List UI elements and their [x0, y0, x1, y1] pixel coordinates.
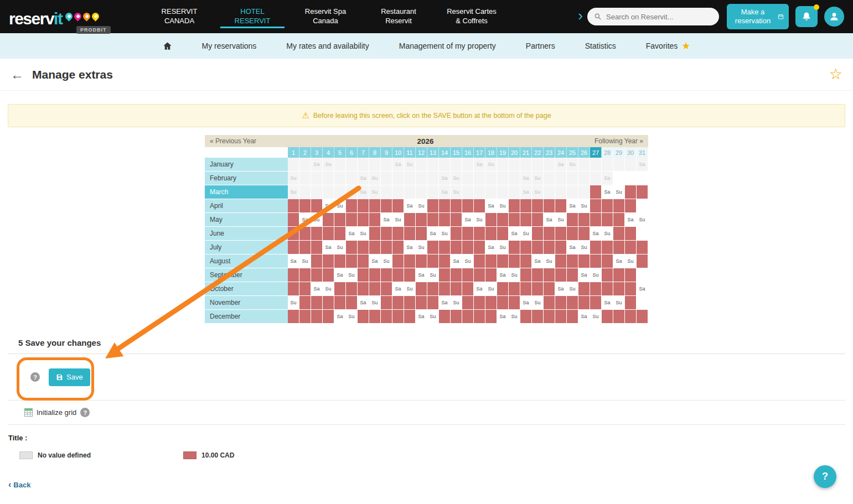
- calendar-day-cell[interactable]: [439, 254, 451, 268]
- calendar-day-cell[interactable]: [555, 199, 567, 213]
- calendar-day-cell[interactable]: Su: [404, 282, 416, 296]
- day-column-header[interactable]: 25: [567, 147, 578, 158]
- calendar-day-cell[interactable]: [451, 199, 462, 213]
- make-reservation-button[interactable]: Make a reservation: [727, 4, 789, 29]
- calendar-day-cell[interactable]: [590, 158, 602, 172]
- calendar-day-cell[interactable]: [404, 227, 416, 241]
- calendar-day-cell[interactable]: [625, 310, 637, 324]
- calendar-day-cell[interactable]: [288, 310, 299, 324]
- calendar-day-cell[interactable]: [323, 268, 334, 282]
- month-label[interactable]: November: [205, 296, 288, 310]
- day-column-header[interactable]: 1: [288, 147, 299, 158]
- month-label[interactable]: January: [205, 158, 288, 172]
- calendar-day-cell[interactable]: [509, 213, 520, 227]
- calendar-day-cell[interactable]: [358, 158, 369, 172]
- calendar-day-cell[interactable]: [485, 213, 497, 227]
- calendar-day-cell[interactable]: [358, 254, 369, 268]
- calendar-day-cell[interactable]: Su: [288, 185, 299, 199]
- calendar-day-cell[interactable]: Su: [381, 254, 392, 268]
- calendar-day-cell[interactable]: Su: [567, 158, 578, 172]
- subnav-item[interactable]: My reservations: [187, 33, 272, 59]
- calendar-day-cell[interactable]: [520, 158, 532, 172]
- month-label[interactable]: February: [205, 172, 288, 185]
- day-column-header[interactable]: 28: [602, 147, 613, 158]
- calendar-day-cell[interactable]: [497, 185, 509, 199]
- calendar-day-cell[interactable]: Sa: [485, 199, 497, 213]
- calendar-day-cell[interactable]: [474, 310, 485, 324]
- calendar-day-cell[interactable]: [427, 254, 439, 268]
- calendar-day-cell[interactable]: [427, 172, 439, 185]
- calendar-day-cell[interactable]: Su: [416, 199, 427, 213]
- month-label[interactable]: October: [205, 282, 288, 296]
- calendar-day-cell[interactable]: [369, 158, 381, 172]
- day-column-header[interactable]: 23: [544, 147, 555, 158]
- calendar-day-cell[interactable]: [625, 185, 637, 199]
- calendar-day-cell[interactable]: [532, 268, 544, 282]
- calendar-day-cell[interactable]: Su: [509, 268, 520, 282]
- calendar-day-cell[interactable]: [625, 227, 637, 241]
- calendar-day-cell[interactable]: [485, 172, 497, 185]
- calendar-day-cell[interactable]: Su: [369, 185, 381, 199]
- calendar-day-cell[interactable]: Su: [369, 172, 381, 185]
- subnav-item[interactable]: Favorites★: [631, 33, 706, 59]
- calendar-day-cell[interactable]: Su: [497, 199, 509, 213]
- calendar-day-cell[interactable]: Su: [613, 296, 625, 310]
- calendar-day-cell[interactable]: [602, 282, 613, 296]
- calendar-day-cell[interactable]: [532, 310, 544, 324]
- calendar-day-cell[interactable]: [358, 282, 369, 296]
- calendar-day-cell[interactable]: Sa: [392, 158, 404, 172]
- calendar-day-cell[interactable]: [520, 282, 532, 296]
- subnav-item[interactable]: My rates and availability: [271, 33, 384, 59]
- profile-button[interactable]: [824, 7, 844, 27]
- calendar-day-cell[interactable]: [474, 172, 485, 185]
- calendar-day-cell[interactable]: [288, 199, 299, 213]
- calendar-day-cell[interactable]: Su: [451, 185, 462, 199]
- calendar-day-cell[interactable]: [311, 172, 323, 185]
- calendar-day-cell[interactable]: Sa: [358, 172, 369, 185]
- day-column-header[interactable]: 8: [369, 147, 381, 158]
- calendar-day-cell[interactable]: Sa: [323, 199, 334, 213]
- calendar-day-cell[interactable]: Su: [625, 254, 637, 268]
- calendar-day-cell[interactable]: [613, 241, 625, 254]
- calendar-day-cell[interactable]: [474, 227, 485, 241]
- calendar-day-cell[interactable]: Su: [578, 241, 590, 254]
- calendar-day-cell[interactable]: [381, 310, 392, 324]
- calendar-day-cell[interactable]: [555, 268, 567, 282]
- calendar-day-cell[interactable]: [346, 296, 358, 310]
- calendar-day-cell[interactable]: [462, 227, 474, 241]
- calendar-day-cell[interactable]: [427, 185, 439, 199]
- day-column-header[interactable]: 27: [590, 147, 602, 158]
- calendar-day-cell[interactable]: [532, 158, 544, 172]
- calendar-day-cell[interactable]: [567, 227, 578, 241]
- calendar-day-cell[interactable]: [299, 185, 311, 199]
- subnav-item[interactable]: Statistics: [570, 33, 631, 59]
- calendar-day-cell[interactable]: [416, 158, 427, 172]
- calendar-day-cell[interactable]: Sa: [637, 158, 648, 172]
- calendar-day-cell[interactable]: Su: [346, 310, 358, 324]
- calendar-day-cell[interactable]: [578, 213, 590, 227]
- calendar-day-cell[interactable]: Su: [451, 172, 462, 185]
- calendar-day-cell[interactable]: [532, 227, 544, 241]
- calendar-day-cell[interactable]: [439, 213, 451, 227]
- calendar-day-cell[interactable]: [602, 158, 613, 172]
- subnav-item[interactable]: Management of my property: [384, 33, 511, 59]
- day-column-header[interactable]: 29: [613, 147, 625, 158]
- calendar-day-cell[interactable]: [299, 241, 311, 254]
- calendar-day-cell[interactable]: Su: [288, 172, 299, 185]
- calendar-day-cell[interactable]: Sa: [323, 241, 334, 254]
- calendar-day-cell[interactable]: Su: [532, 172, 544, 185]
- calendar-day-cell[interactable]: [578, 158, 590, 172]
- calendar-day-cell[interactable]: [346, 158, 358, 172]
- favorite-star-button[interactable]: ☆: [829, 67, 842, 82]
- calendar-day-cell[interactable]: [323, 227, 334, 241]
- calendar-day-cell[interactable]: Su: [323, 158, 334, 172]
- calendar-day-cell[interactable]: Su: [602, 227, 613, 241]
- calendar-day-cell[interactable]: [520, 268, 532, 282]
- calendar-day-cell[interactable]: [451, 158, 462, 172]
- calendar-day-cell[interactable]: Sa: [497, 310, 509, 324]
- calendar-day-cell[interactable]: Sa: [567, 241, 578, 254]
- calendar-day-cell[interactable]: Sa: [578, 268, 590, 282]
- calendar-day-cell[interactable]: [381, 172, 392, 185]
- calendar-day-cell[interactable]: Sa: [416, 268, 427, 282]
- calendar-day-cell[interactable]: Sa: [381, 213, 392, 227]
